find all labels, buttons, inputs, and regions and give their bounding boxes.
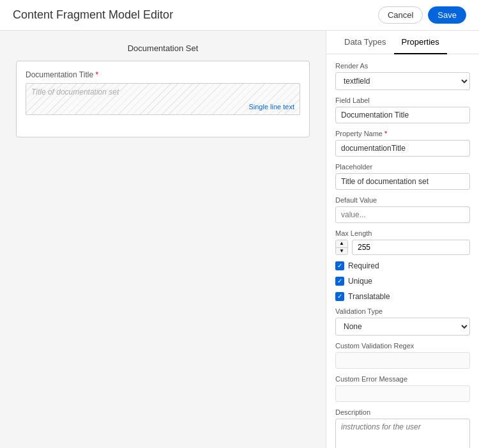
custom-error-message-label: Custom Error Message	[335, 375, 470, 383]
validation-type-select[interactable]: None Regex	[335, 318, 470, 336]
placeholder-input[interactable]	[335, 173, 470, 190]
page-title: Content Fragment Model Editor	[13, 8, 173, 22]
default-value-label: Default Value	[335, 196, 470, 204]
description-label: Description	[335, 408, 470, 416]
required-row[interactable]: ✓ Required	[335, 261, 470, 270]
default-value-group: Default Value	[335, 196, 470, 223]
field-type-badge: Single line text	[248, 103, 294, 111]
unique-checkbox[interactable]: ✓	[335, 277, 344, 286]
check-icon-translatable: ✓	[337, 293, 342, 300]
tab-properties[interactable]: Properties	[394, 31, 447, 54]
max-length-label: Max Length	[335, 229, 470, 237]
translatable-row[interactable]: ✓ Translatable	[335, 292, 470, 301]
section-title: Documentation Set	[128, 43, 199, 53]
required-checkbox[interactable]: ✓	[335, 261, 344, 270]
check-icon: ✓	[337, 263, 342, 269]
max-length-group: Max Length ▲ ▼	[335, 229, 470, 255]
documentation-title-label: Documentation Title *	[26, 70, 300, 79]
documentation-title-placeholder: Title of documentation set	[31, 88, 119, 97]
content-area: Documentation Set Documentation Title * …	[0, 31, 479, 448]
max-length-stepper: ▲ ▼	[335, 240, 348, 255]
tab-data-types[interactable]: Data Types	[337, 31, 394, 54]
validation-type-label: Validation Type	[335, 307, 470, 315]
left-panel: Documentation Set Documentation Title * …	[0, 31, 326, 448]
property-name-input[interactable]	[335, 140, 470, 157]
description-textarea[interactable]	[335, 419, 470, 448]
property-name-group: Property Name *	[335, 130, 470, 157]
field-label-label: Field Label	[335, 97, 470, 104]
right-panel: Data Types Properties Render As textfiel…	[326, 31, 479, 448]
validation-type-group: Validation Type None Regex	[335, 307, 470, 336]
stepper-down-button[interactable]: ▼	[336, 248, 347, 255]
custom-error-message-group: Custom Error Message	[335, 375, 470, 402]
unique-label: Unique	[348, 277, 372, 286]
documentation-title-input[interactable]: Title of documentation set Single line t…	[26, 83, 300, 115]
placeholder-label: Placeholder	[335, 163, 470, 171]
field-label-group: Field Label	[335, 97, 470, 123]
required-label: Required	[348, 261, 379, 270]
property-name-label: Property Name *	[335, 130, 470, 137]
custom-validation-regex-group: Custom Validation Regex	[335, 342, 470, 369]
custom-validation-regex-input[interactable]	[335, 352, 470, 369]
render-as-group: Render As textfield textarea numberfield	[335, 62, 470, 90]
default-value-input[interactable]	[335, 206, 470, 223]
description-group: Description	[335, 408, 470, 448]
max-length-row: ▲ ▼	[335, 240, 470, 255]
check-icon-unique: ✓	[337, 278, 342, 284]
max-length-input[interactable]	[352, 240, 470, 255]
render-as-select[interactable]: textfield textarea numberfield	[335, 72, 470, 90]
properties-panel: Render As textfield textarea numberfield…	[326, 54, 479, 448]
cancel-button[interactable]: Cancel	[378, 6, 423, 24]
unique-row[interactable]: ✓ Unique	[335, 277, 470, 286]
header-actions: Cancel Save	[378, 6, 466, 24]
field-label-input[interactable]	[335, 107, 470, 123]
translatable-label: Translatable	[348, 292, 390, 301]
placeholder-group: Placeholder	[335, 163, 470, 190]
render-as-label: Render As	[335, 62, 470, 70]
fragment-card[interactable]: Documentation Title * Title of documenta…	[16, 61, 310, 137]
tab-bar: Data Types Properties	[326, 31, 479, 54]
translatable-checkbox[interactable]: ✓	[335, 292, 344, 301]
custom-validation-regex-label: Custom Validation Regex	[335, 342, 470, 350]
stepper-up-button[interactable]: ▲	[336, 240, 347, 248]
custom-error-message-input[interactable]	[335, 385, 470, 402]
save-button[interactable]: Save	[428, 6, 466, 24]
header: Content Fragment Model Editor Cancel Sav…	[0, 0, 479, 31]
